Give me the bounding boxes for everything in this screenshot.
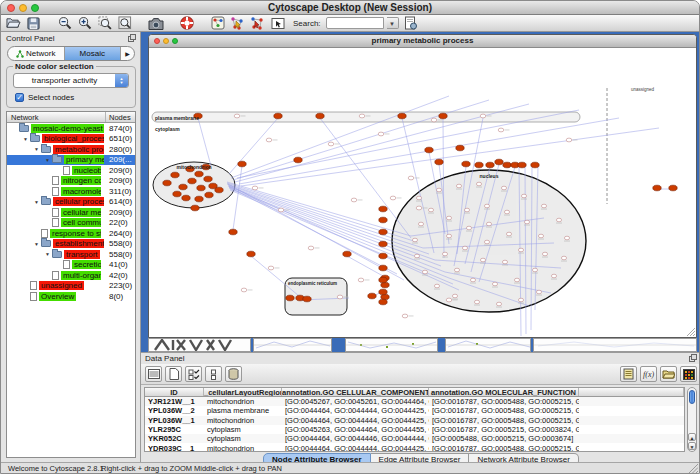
select-nodes-checkbox[interactable]: ✓ bbox=[15, 93, 24, 102]
edit-network-button[interactable] bbox=[229, 16, 246, 31]
graph-node-small[interactable] bbox=[241, 288, 247, 292]
scrollbar-thumb[interactable] bbox=[689, 390, 695, 404]
graph-node-small[interactable] bbox=[358, 278, 364, 282]
help-button[interactable] bbox=[178, 16, 195, 31]
graph-node-orange[interactable] bbox=[188, 178, 196, 184]
graph-node-small[interactable] bbox=[542, 252, 547, 256]
graph-node-small[interactable] bbox=[561, 256, 566, 260]
tab-network[interactable]: Network bbox=[8, 47, 65, 60]
graph-node-orange[interactable] bbox=[531, 162, 539, 168]
graph-node-small[interactable] bbox=[454, 268, 459, 272]
graph-node-small[interactable] bbox=[418, 222, 423, 226]
graph-node-small[interactable] bbox=[416, 206, 422, 210]
tree-row[interactable]: cell communicat22(0) bbox=[7, 218, 135, 229]
attribute-list-button[interactable] bbox=[145, 366, 162, 382]
tree-row[interactable]: mosaic-demo-yeast874(0) bbox=[7, 123, 135, 134]
table-row[interactable]: YKR052Ccytoplasm[GO:0044464, GO:0044446,… bbox=[145, 434, 684, 443]
attribute-editor-button[interactable] bbox=[620, 366, 637, 382]
graph-node-orange[interactable] bbox=[379, 289, 387, 295]
table-column-header[interactable]: annotation.GO MOLECULAR_FUNCTION bbox=[429, 388, 579, 396]
graph-node-small[interactable] bbox=[462, 246, 467, 250]
tree-row[interactable]: ▼biological_process651(0) bbox=[7, 134, 135, 145]
graph-node-orange[interactable] bbox=[653, 185, 661, 191]
graph-node-orange[interactable] bbox=[205, 192, 213, 198]
graph-node-orange[interactable] bbox=[294, 157, 302, 163]
tree-row[interactable]: secretion41(0) bbox=[7, 260, 135, 271]
graph-node-small[interactable] bbox=[496, 302, 501, 306]
expand-arrow-icon[interactable]: ▼ bbox=[32, 241, 41, 247]
graph-node-orange[interactable] bbox=[173, 191, 181, 197]
graph-node-orange[interactable] bbox=[191, 205, 199, 211]
graph-node-small[interactable] bbox=[428, 208, 433, 212]
graph-node-small[interactable] bbox=[551, 274, 556, 278]
expand-arrow-icon[interactable]: ▼ bbox=[21, 136, 30, 142]
tree-row[interactable]: Overview8(0) bbox=[7, 291, 135, 302]
graph-node-small[interactable] bbox=[492, 282, 497, 286]
graph-node-small[interactable] bbox=[538, 234, 543, 238]
graph-node-orange[interactable] bbox=[229, 229, 237, 235]
search-input[interactable] bbox=[326, 17, 384, 29]
graph-node-orange[interactable] bbox=[379, 253, 387, 259]
graph-node-small[interactable] bbox=[480, 114, 486, 118]
graph-node-small[interactable] bbox=[436, 188, 441, 192]
graph-node-orange[interactable] bbox=[286, 295, 294, 301]
tab-mosaic[interactable]: Mosaic bbox=[65, 47, 122, 60]
background-window[interactable] bbox=[345, 338, 438, 352]
graph-node-small[interactable] bbox=[464, 208, 469, 212]
graph-node-orange[interactable] bbox=[368, 293, 376, 299]
graph-node-small[interactable] bbox=[308, 246, 314, 250]
graph-node-small[interactable] bbox=[474, 300, 479, 304]
graph-node-small[interactable] bbox=[234, 114, 240, 118]
tree-row[interactable]: cellular metabo209(0) bbox=[7, 207, 135, 218]
graph-node-small[interactable] bbox=[278, 208, 284, 212]
graph-node-small[interactable] bbox=[337, 295, 343, 299]
expand-arrow-icon[interactable]: ▼ bbox=[43, 157, 52, 163]
tree-row[interactable]: ▼primary metabo209(... bbox=[7, 155, 135, 166]
zoom-selected-button[interactable] bbox=[96, 16, 113, 31]
graph-node-orange[interactable] bbox=[456, 145, 464, 151]
graph-node-small[interactable] bbox=[434, 284, 439, 288]
tree-row[interactable]: ▼transport558(0) bbox=[7, 249, 135, 260]
tree-row[interactable]: ▼metabolic process280(0) bbox=[7, 144, 135, 155]
graph-node-orange[interactable] bbox=[503, 162, 511, 168]
window-resize-grip[interactable] bbox=[689, 464, 698, 472]
graph-node-orange[interactable] bbox=[462, 161, 470, 167]
table-row[interactable]: YJR121W__1mitochondrion[GO:0045267, GO:0… bbox=[145, 397, 684, 406]
zoom-out-button[interactable] bbox=[56, 16, 73, 31]
scroll-down-button[interactable]: ▼ bbox=[688, 442, 696, 450]
graph-node-small[interactable] bbox=[446, 216, 451, 220]
graph-node-small[interactable] bbox=[480, 258, 485, 262]
graph-node-orange[interactable] bbox=[179, 184, 187, 190]
graph-node-orange[interactable] bbox=[379, 277, 387, 283]
graph-node-orange[interactable] bbox=[182, 195, 190, 201]
graph-node-small[interactable] bbox=[484, 240, 489, 244]
snapshot-button[interactable] bbox=[147, 16, 164, 31]
graph-node-small[interactable] bbox=[359, 114, 365, 118]
graph-node-orange[interactable] bbox=[274, 113, 282, 119]
graph-node-orange[interactable] bbox=[163, 180, 171, 186]
graph-node-small[interactable] bbox=[518, 298, 523, 302]
graph-node-small[interactable] bbox=[502, 260, 507, 264]
graph-node-small[interactable] bbox=[402, 314, 408, 318]
tree-row[interactable]: multi-organism pro42(0) bbox=[7, 270, 135, 281]
background-window[interactable] bbox=[445, 338, 531, 352]
tree-row[interactable]: ▼establishment of lo558(0) bbox=[7, 239, 135, 250]
tab-overflow-arrow[interactable]: ▶ bbox=[121, 47, 134, 60]
table-scrollbar[interactable]: ▲ ▼ bbox=[687, 387, 697, 452]
search-dropdown-arrow[interactable]: ▼ bbox=[387, 17, 399, 29]
graph-node-small[interactable] bbox=[266, 138, 272, 142]
formula-builder-button[interactable]: f(x) bbox=[640, 366, 657, 382]
graph-node-small[interactable] bbox=[268, 266, 274, 270]
graph-node-small[interactable] bbox=[470, 278, 475, 282]
tree-row[interactable]: ▼cellular process614(0) bbox=[7, 197, 135, 208]
graph-node-small[interactable] bbox=[446, 234, 451, 238]
table-column-header[interactable]: ID bbox=[145, 388, 204, 396]
graph-node-orange[interactable] bbox=[197, 185, 205, 191]
graph-node-small[interactable] bbox=[524, 220, 529, 224]
graph-node-small[interactable] bbox=[414, 254, 419, 258]
tree-row[interactable]: response to stimulu264(0) bbox=[7, 228, 135, 239]
graph-node-small[interactable] bbox=[521, 194, 526, 198]
graph-node-small[interactable] bbox=[498, 128, 504, 132]
attribute-table[interactable]: ID_cellularLayoutRegionannotation.GO CEL… bbox=[144, 387, 685, 452]
graph-node-small[interactable] bbox=[431, 118, 437, 122]
